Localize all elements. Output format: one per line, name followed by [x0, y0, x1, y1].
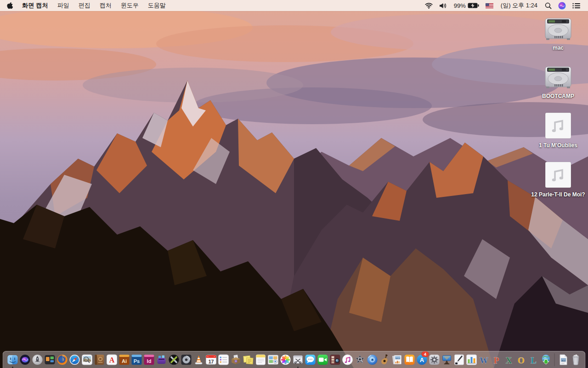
battery-menu[interactable]: 99%: [451, 0, 482, 11]
itunes-icon: [341, 354, 353, 366]
dock-item-indesign[interactable]: Id: [143, 353, 155, 367]
dock-item-newsstand[interactable]: [391, 353, 403, 367]
siri-icon: [558, 2, 566, 10]
lync-icon: L: [527, 354, 539, 366]
numbers-icon: [465, 354, 477, 366]
apple-icon: [6, 2, 13, 9]
pages-icon: [453, 354, 465, 366]
dock-item-dvd-player[interactable]: [366, 353, 379, 367]
battery-charging-icon: [468, 3, 479, 8]
disk-utility-icon: [180, 354, 192, 366]
menu-help[interactable]: 도움말: [143, 0, 170, 11]
dock-item-system-preferences[interactable]: [428, 353, 441, 367]
svg-text:O: O: [518, 355, 525, 365]
dock-item-vlc[interactable]: [192, 353, 205, 367]
apple-menu[interactable]: [0, 0, 17, 11]
svg-text:P: P: [493, 355, 499, 365]
dock-item-stickies[interactable]: [242, 353, 254, 367]
desktop-icon-12-parle-t-il-de-moi[interactable]: 12 Parle-T-Il De Moi?: [531, 161, 585, 198]
dock-item-photoshop[interactable]: Ps: [130, 353, 143, 367]
dock-item-unarchiver[interactable]: [230, 353, 242, 367]
word-icon: W: [478, 354, 490, 366]
dock-item-calendar[interactable]: 17: [205, 353, 217, 367]
dock-item-grab[interactable]: [292, 353, 304, 367]
audio-file-icon: [545, 112, 571, 141]
volume-menu[interactable]: [436, 0, 451, 11]
dock-item-mission-control[interactable]: [44, 353, 56, 367]
dock-item-firefox[interactable]: [56, 353, 68, 367]
dock-item-launchpad[interactable]: [31, 353, 44, 367]
excel-icon: X: [503, 354, 514, 366]
input-source-menu[interactable]: [482, 0, 497, 11]
newsstand-icon: [391, 354, 403, 366]
calendar-icon: 17: [205, 354, 217, 366]
dock-item-disk-utility[interactable]: [180, 353, 192, 367]
dock-item-app-store[interactable]: A4: [416, 353, 428, 367]
active-app-name[interactable]: 화면 캡처: [17, 1, 53, 10]
desktop-icon-bootcamp[interactable]: BOOTCAMP: [542, 64, 574, 100]
dock-item-ibooks[interactable]: [403, 353, 416, 367]
dock-item-pages[interactable]: [453, 353, 465, 367]
photo-collage-icon: [267, 354, 279, 366]
dock-item-siri[interactable]: [19, 353, 31, 367]
dock-item-contacts[interactable]: [93, 353, 106, 367]
dock-item-reminders[interactable]: [217, 353, 230, 367]
dock-item-photos[interactable]: [279, 353, 292, 367]
ibooks-icon: [403, 354, 415, 366]
svg-text:W: W: [480, 355, 488, 365]
contacts-icon: [93, 354, 105, 366]
dock-item-notes[interactable]: [254, 353, 267, 367]
dock-item-word[interactable]: W: [478, 353, 490, 367]
dock-item-acrobat[interactable]: A: [106, 353, 118, 367]
desktop-icon-label: mac: [553, 45, 564, 52]
dock-item-document-file[interactable]: [557, 353, 570, 367]
dock-item-toast[interactable]: [155, 353, 168, 367]
dock-item-illustrator[interactable]: Ai: [118, 353, 130, 367]
powerpoint-icon: P: [490, 354, 502, 366]
dock-item-facetime[interactable]: [317, 353, 329, 367]
dock-item-keynote[interactable]: [441, 353, 453, 367]
dock-item-photo-collage[interactable]: [267, 353, 279, 367]
dock-item-itunes[interactable]: [341, 353, 354, 367]
preview-icon: [81, 354, 93, 366]
svg-text:A: A: [109, 356, 114, 364]
finder-icon: [6, 354, 18, 366]
clock[interactable]: (일) 오후 1:24: [497, 0, 542, 11]
dock-item-outlook[interactable]: O: [515, 353, 527, 367]
menu-window[interactable]: 윈도우: [116, 0, 143, 11]
dock-item-garageband[interactable]: [379, 353, 391, 367]
trash-icon: [570, 354, 582, 366]
dock-item-globe-download[interactable]: [540, 353, 552, 367]
safari-icon: [68, 354, 80, 366]
dock-item-preview[interactable]: [81, 353, 93, 367]
system-preferences-icon: [428, 354, 440, 366]
spotlight-menu[interactable]: [542, 0, 555, 11]
dock-item-numbers[interactable]: [465, 353, 478, 367]
dock-item-finder[interactable]: [6, 353, 19, 367]
svg-text:L: L: [531, 355, 537, 365]
desktop-icon-mac[interactable]: mac: [543, 16, 573, 52]
dock-item-trash[interactable]: [570, 353, 582, 367]
dock-item-messages[interactable]: [304, 353, 317, 367]
dock-separator: [554, 353, 555, 366]
dock-item-safari[interactable]: [68, 353, 81, 367]
toast-icon: [155, 354, 167, 366]
desktop-icon-1-tu-m-oublies[interactable]: 1 Tu M'Oublies: [539, 112, 577, 149]
messages-icon: [304, 354, 316, 366]
menu-capture[interactable]: 캡처: [95, 0, 116, 11]
globe-download-icon: [540, 354, 552, 366]
dock-item-lync[interactable]: L: [527, 353, 540, 367]
menu-edit[interactable]: 편집: [74, 0, 95, 11]
notification-center-menu[interactable]: [569, 0, 583, 11]
dock-item-xbmc[interactable]: [168, 353, 180, 367]
dock-item-photo-booth[interactable]: [329, 353, 341, 367]
desktop-icon-column: macBOOTCAMP1 Tu M'Oublies12 Parle-T-Il D…: [529, 16, 587, 211]
dock-item-powerpoint[interactable]: P: [490, 353, 503, 367]
mission-control-icon: [44, 354, 56, 366]
siri-menu[interactable]: [555, 0, 569, 11]
svg-text:17: 17: [208, 358, 214, 364]
dock-item-excel[interactable]: X: [503, 353, 515, 367]
wifi-menu[interactable]: [422, 0, 436, 11]
dock-item-star-search[interactable]: [354, 353, 366, 367]
menu-file[interactable]: 파일: [53, 0, 74, 11]
